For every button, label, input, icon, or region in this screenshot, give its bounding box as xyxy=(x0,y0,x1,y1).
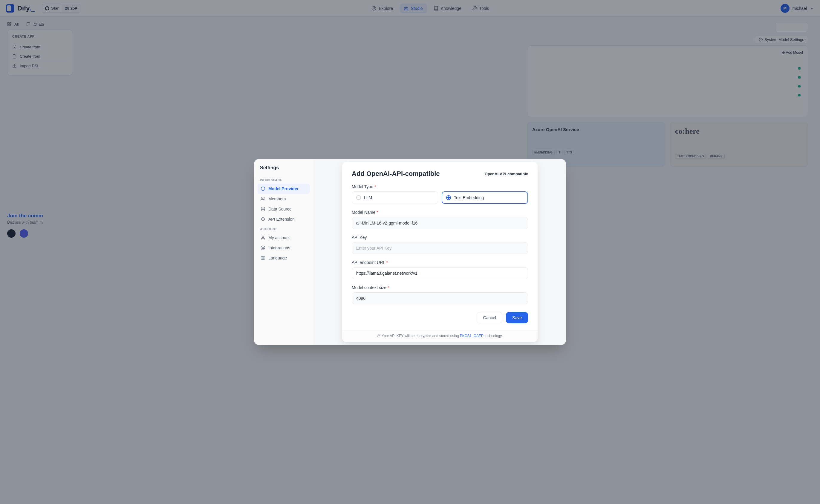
model-name-input[interactable] xyxy=(352,217,528,229)
sidebar-item-api-extension[interactable]: API Extension xyxy=(258,214,310,224)
inner-pane: Add OpenAI-API-compatible OpenAI-API-com… xyxy=(314,159,566,345)
field-api-key: API Key xyxy=(352,235,528,254)
label-context-size: Model context size * xyxy=(352,285,528,290)
label-api-endpoint: API endpoint URL * xyxy=(352,260,528,265)
field-context-size: Model context size * xyxy=(352,285,528,304)
radio-ring-icon xyxy=(356,195,361,200)
sidebar-item-my-account[interactable]: My account xyxy=(258,233,310,243)
user-icon xyxy=(261,235,265,240)
settings-sidebar: Settings WORKSPACE Model Provider Member… xyxy=(254,159,314,345)
cancel-button[interactable]: Cancel xyxy=(477,312,502,323)
field-model-type: Model Type * LLM Text Embedding xyxy=(352,184,528,204)
label-api-key: API Key xyxy=(352,235,528,240)
encrypt-notice: Your API KEY will be encrypted and store… xyxy=(342,330,537,342)
add-model-modal: Add OpenAI-API-compatible OpenAI-API-com… xyxy=(342,162,537,342)
api-endpoint-input[interactable] xyxy=(352,267,528,279)
svg-point-19 xyxy=(262,247,264,248)
label-model-name: Model Name * xyxy=(352,210,528,215)
context-size-input[interactable] xyxy=(352,292,528,304)
label-model-type: Model Type * xyxy=(352,184,528,189)
api-key-input[interactable] xyxy=(352,242,528,254)
modal-title: Add OpenAI-API-compatible xyxy=(352,170,440,178)
cube-icon xyxy=(261,186,265,191)
sidebar-item-integrations[interactable]: Integrations xyxy=(258,243,310,253)
globe-icon xyxy=(261,256,265,260)
settings-dialog: Settings WORKSPACE Model Provider Member… xyxy=(254,159,566,345)
sidebar-item-data-source[interactable]: Data Source xyxy=(258,204,310,214)
field-api-endpoint: API endpoint URL * xyxy=(352,260,528,279)
sidebar-item-members[interactable]: Members xyxy=(258,194,310,204)
svg-rect-22 xyxy=(378,336,380,337)
at-icon xyxy=(261,245,265,250)
provider-label: OpenAI-API-compatible xyxy=(485,172,528,176)
sidebar-item-language[interactable]: Language xyxy=(258,253,310,263)
workspace-label: WORKSPACE xyxy=(258,175,310,184)
save-button[interactable]: Save xyxy=(506,312,528,323)
sidebar-item-model-provider[interactable]: Model Provider xyxy=(258,184,310,194)
radio-text-embedding[interactable]: Text Embedding xyxy=(442,191,528,204)
database-icon xyxy=(261,207,265,211)
settings-title: Settings xyxy=(258,165,310,175)
svg-point-16 xyxy=(262,197,263,199)
modal-overlay: Settings WORKSPACE Model Provider Member… xyxy=(0,0,820,504)
users-icon xyxy=(261,196,265,201)
account-label: ACCOUNT xyxy=(258,224,310,233)
pkcs-link[interactable]: PKCS1_OAEP xyxy=(460,334,483,338)
svg-point-17 xyxy=(261,207,265,208)
radio-llm[interactable]: LLM xyxy=(352,191,438,204)
svg-point-18 xyxy=(262,236,264,237)
puzzle-icon xyxy=(261,217,265,222)
lock-icon xyxy=(377,334,380,338)
radio-ring-icon xyxy=(446,195,451,200)
field-model-name: Model Name * xyxy=(352,210,528,229)
